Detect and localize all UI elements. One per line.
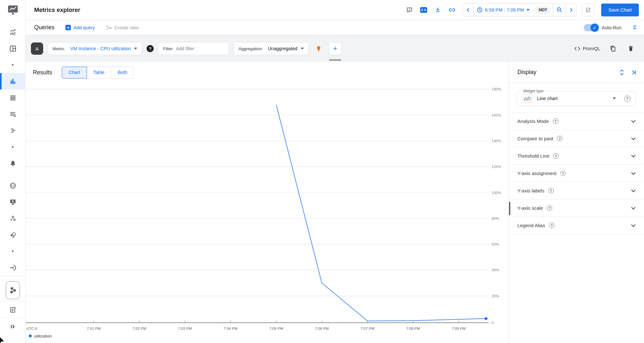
sidebar-expand-button[interactable] bbox=[0, 318, 26, 335]
sidebar-item-logs-analytics[interactable] bbox=[0, 106, 26, 122]
sidebar-item-dashboards[interactable] bbox=[0, 40, 26, 57]
tab-both[interactable]: Both bbox=[111, 67, 134, 79]
auto-run-toggle[interactable]: ✓ bbox=[584, 24, 599, 31]
tab-chart[interactable]: Chart bbox=[62, 67, 87, 79]
sidebar-item-trace[interactable] bbox=[0, 122, 26, 139]
aggregation-selector[interactable]: Aggregation Unaggregated bbox=[234, 42, 309, 55]
delete-query-button[interactable] bbox=[625, 43, 636, 54]
auto-run-label: Auto-Run bbox=[602, 25, 621, 30]
section-y-axis-assignment[interactable]: Y-axis assignment ? bbox=[509, 165, 644, 182]
sidebar-item-alerting[interactable] bbox=[0, 155, 26, 172]
panel-scrollbar-thumb[interactable] bbox=[509, 202, 510, 215]
help-icon[interactable]: ? bbox=[553, 118, 558, 124]
sidebar-item-error-reporting[interactable] bbox=[0, 177, 26, 194]
svg-text:60%: 60% bbox=[492, 242, 499, 246]
download-icon bbox=[435, 7, 441, 13]
copy-icon bbox=[610, 45, 616, 52]
help-icon[interactable]: ? bbox=[548, 188, 554, 193]
chevron-down-icon bbox=[613, 97, 616, 99]
section-analysis-mode[interactable]: Analysis Mode ? bbox=[509, 113, 644, 130]
sidebar-item-logs[interactable] bbox=[0, 89, 26, 106]
sidebar-dot-1[interactable] bbox=[0, 57, 26, 73]
dashboards-icon bbox=[9, 45, 16, 52]
section-y-axis-labels[interactable]: Y-axis labels ? bbox=[509, 182, 644, 199]
sidebar-dot-3[interactable] bbox=[0, 243, 26, 259]
code-toggle-button[interactable] bbox=[418, 5, 429, 15]
sidebar-item-kubernetes[interactable] bbox=[6, 281, 20, 299]
chevron-down-icon bbox=[631, 207, 636, 210]
expand-all-button[interactable] bbox=[619, 69, 624, 76]
svg-text:80%: 80% bbox=[492, 217, 499, 220]
widget-type-selector[interactable]: Widget type Line chart ? bbox=[517, 91, 636, 106]
create-ratio-button[interactable]: Create ratio bbox=[106, 25, 139, 30]
auto-refresh-off-button[interactable] bbox=[582, 4, 595, 16]
collapse-queries-button[interactable] bbox=[632, 25, 638, 31]
svg-text:7:08 PM: 7:08 PM bbox=[406, 327, 420, 330]
feedback-button[interactable] bbox=[404, 5, 415, 15]
dot-icon bbox=[12, 250, 14, 252]
svg-text:7:06 PM: 7:06 PM bbox=[315, 327, 329, 330]
section-compare-to-past[interactable]: Compare to past ? bbox=[509, 130, 644, 147]
chevron-down-icon bbox=[631, 189, 636, 192]
filter-control[interactable]: Filter bbox=[158, 42, 229, 55]
svg-text:7:07 PM: 7:07 PM bbox=[360, 327, 374, 330]
section-legend-alias[interactable]: Legend Alias ? bbox=[509, 217, 644, 234]
sidebar-item-monitoring-overview[interactable] bbox=[0, 24, 26, 40]
sidebar-dot-2[interactable] bbox=[0, 139, 26, 155]
queries-row: Queries + Add query Create ratio ✓ Auto-… bbox=[26, 20, 644, 35]
collapse-panel-button[interactable] bbox=[631, 70, 637, 75]
monitoring-overview-icon bbox=[9, 29, 16, 36]
add-filter-plus-button[interactable]: + bbox=[329, 42, 341, 55]
section-label: Compare to past bbox=[517, 136, 553, 141]
sidebar-item-services[interactable] bbox=[0, 210, 26, 227]
help-icon[interactable]: ? bbox=[560, 171, 566, 176]
widget-type-help-icon[interactable]: ? bbox=[624, 96, 630, 102]
help-icon[interactable]: ? bbox=[553, 153, 559, 159]
help-icon[interactable]: ? bbox=[547, 205, 552, 211]
time-range-selector[interactable]: 6:59 PM - 7:09 PM bbox=[474, 4, 533, 16]
svg-text:0: 0 bbox=[492, 321, 494, 325]
copy-query-button[interactable] bbox=[607, 43, 618, 54]
filter-input[interactable] bbox=[176, 46, 224, 51]
metric-value: VM Instance - CPU utilization bbox=[70, 46, 131, 51]
section-label: Y-axis labels bbox=[517, 188, 544, 193]
chevron-down-icon bbox=[631, 120, 636, 123]
sidebar-item-uptime-checks[interactable] bbox=[0, 194, 26, 210]
time-forward-button[interactable] bbox=[566, 4, 576, 16]
share-link-button[interactable] bbox=[447, 5, 457, 15]
resize-handle[interactable] bbox=[329, 59, 341, 61]
clock-icon bbox=[477, 7, 483, 13]
svg-text:100%: 100% bbox=[492, 191, 501, 195]
promql-label: PromQL bbox=[583, 46, 600, 51]
sidebar-item-integrations[interactable] bbox=[0, 259, 26, 276]
help-icon[interactable]: ? bbox=[557, 136, 562, 141]
sidebar-item-release-notes[interactable] bbox=[0, 301, 26, 318]
dot-icon bbox=[12, 146, 14, 148]
save-chart-button[interactable]: Save Chart bbox=[601, 4, 639, 16]
chevron-down-icon bbox=[631, 154, 636, 158]
section-y-axis-scale[interactable]: Y-axis scale ? bbox=[509, 199, 644, 217]
line-chart[interactable]: 180%160%140%120%100%80%60%40%20%07:01 PM… bbox=[26, 83, 509, 343]
sidebar-item-metrics-explorer[interactable] bbox=[0, 73, 26, 89]
time-back-button[interactable] bbox=[463, 4, 474, 16]
tab-table[interactable]: Table bbox=[87, 67, 111, 79]
chart-canvas[interactable]: 180%160%140%120%100%80%60%40%20%07:01 PM… bbox=[26, 83, 509, 343]
code-toggle-icon bbox=[420, 7, 428, 13]
zoom-out-button[interactable] bbox=[553, 4, 566, 16]
section-threshold-line[interactable]: Threshold Line ? bbox=[509, 147, 644, 165]
metric-help-button[interactable]: ? bbox=[147, 45, 154, 52]
download-button[interactable] bbox=[432, 5, 443, 15]
queries-title: Queries bbox=[34, 24, 54, 31]
add-query-button[interactable]: + Add query bbox=[65, 25, 95, 30]
promql-button[interactable]: PromQL bbox=[574, 46, 600, 51]
sidebar-item-profiler[interactable] bbox=[0, 227, 26, 243]
help-icon[interactable]: ? bbox=[549, 223, 554, 228]
metrics-explorer-icon bbox=[9, 78, 16, 85]
timezone-badge[interactable]: MDT bbox=[535, 6, 550, 14]
metric-selector[interactable]: Metric VM Instance - CPU utilization bbox=[48, 42, 142, 55]
chevron-right-icon bbox=[569, 8, 573, 12]
suggestion-button[interactable] bbox=[313, 43, 324, 54]
trace-icon bbox=[9, 127, 16, 134]
feedback-icon bbox=[406, 7, 413, 13]
metrics-explorer-logo bbox=[0, 0, 25, 20]
